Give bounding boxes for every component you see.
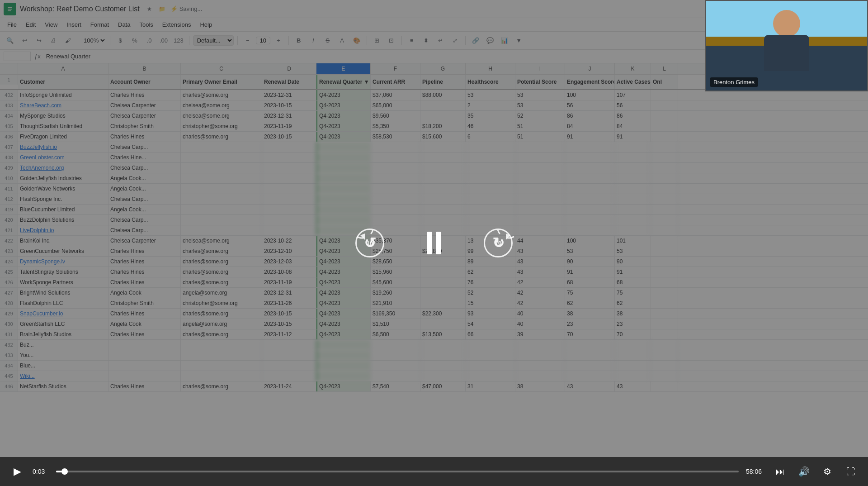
- svg-marker-4: [360, 233, 365, 240]
- webcam-name-badge: Brenton Grimes: [710, 77, 758, 87]
- webcam-overlay: Brenton Grimes: [705, 0, 868, 91]
- video-center-controls: 10 10: [355, 229, 513, 257]
- video-fullscreen-button[interactable]: ⛶: [843, 467, 859, 477]
- video-progress-fill: [56, 471, 62, 472]
- video-skip-next-button[interactable]: ⏭: [772, 467, 788, 477]
- video-volume-button[interactable]: 🔊: [796, 466, 812, 477]
- pause-bar-left: [427, 232, 432, 254]
- forward-button[interactable]: 10: [484, 229, 513, 257]
- pause-button[interactable]: [420, 229, 448, 257]
- video-play-button[interactable]: ▶: [9, 466, 25, 477]
- video-settings-button[interactable]: ⚙: [819, 466, 835, 477]
- video-progress-bar[interactable]: [56, 471, 739, 472]
- video-time-current: 0:03: [33, 468, 49, 475]
- pause-bar-right: [436, 232, 441, 254]
- video-progress-thumb[interactable]: [61, 468, 68, 475]
- video-time-total: 58:06: [746, 468, 765, 475]
- rewind-button[interactable]: 10: [355, 229, 384, 257]
- svg-marker-5: [506, 233, 510, 240]
- video-bottom-bar: ▶ 0:03 58:06 ⏭ 🔊 ⚙ ⛶: [0, 457, 868, 486]
